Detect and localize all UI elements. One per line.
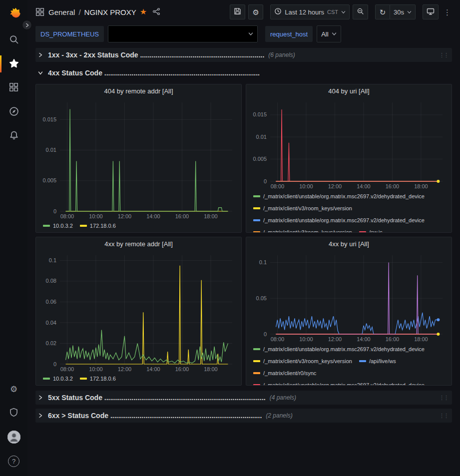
row-title: 6xx > Status Code ......................…: [48, 412, 262, 420]
legend-label: 10.0.3.2: [53, 376, 73, 382]
zoom-out-button[interactable]: [353, 4, 368, 19]
legend-item[interactable]: /_matrix/client/unstable/org.matrix.msc2…: [253, 379, 425, 385]
row-6xx[interactable]: 6xx > Status Code ......................…: [35, 409, 452, 423]
legend-item[interactable]: /_matrix/client/unstable/org.matrix.msc2…: [253, 214, 425, 226]
legend-item[interactable]: /_matrix/client/unstable/org.matrix.msc2…: [253, 190, 425, 202]
time-range-picker[interactable]: Last 12 hours CST: [270, 4, 350, 19]
request-host-variable-select[interactable]: All: [317, 25, 341, 42]
share-button[interactable]: [150, 5, 162, 19]
svg-text:12:00: 12:00: [328, 183, 342, 189]
favorite-star-icon[interactable]: ★: [140, 8, 147, 16]
legend-label: 10.0.3.2: [53, 223, 73, 229]
panel-title[interactable]: 404 by uri [All]: [250, 84, 448, 97]
svg-text:18:00: 18:00: [414, 336, 428, 342]
sidebar-item-help[interactable]: ?: [0, 449, 27, 473]
datasource-variable-select[interactable]: [108, 25, 258, 42]
user-avatar[interactable]: [0, 425, 27, 449]
sidebar-item-explore[interactable]: [0, 100, 27, 124]
series-color-swatch: [253, 348, 260, 350]
refresh-interval-picker[interactable]: 30s: [390, 4, 416, 19]
legend-item[interactable]: 10.0.3.2: [43, 220, 73, 231]
sidebar-item-starred[interactable]: [0, 52, 27, 76]
series-color-swatch: [253, 384, 260, 385]
breadcrumb-folder[interactable]: General: [48, 8, 75, 16]
panel-4xx-by-remote-addr: 4xx by remote addr [All] 00.020.040.060.…: [35, 237, 242, 386]
breadcrumb-separator: /: [78, 8, 80, 16]
kebab-menu-button[interactable]: ⋮: [442, 6, 453, 18]
active-section-indicator: [0, 55, 1, 72]
time-series-chart[interactable]: 00.020.040.060.080.108:0010:0012:0014:00…: [40, 250, 237, 373]
row-panel-count: (6 panels): [268, 51, 295, 58]
svg-text:12:00: 12:00: [118, 213, 132, 219]
svg-text:16:00: 16:00: [175, 213, 189, 219]
sidebar-item-server-admin[interactable]: [0, 401, 27, 425]
refresh-group: ↻ 30s: [375, 4, 416, 19]
legend-item[interactable]: /_matrix/client/v3/room_keys/version: [253, 202, 352, 214]
sidebar-expand-button[interactable]: [22, 20, 32, 30]
legend-item[interactable]: /_matrix/client/r0/sync: [253, 367, 316, 379]
panel-title[interactable]: 4xx by remote addr [All]: [40, 237, 237, 250]
svg-text:0.01: 0.01: [46, 147, 56, 153]
legend-label: 172.18.0.6: [90, 223, 116, 229]
legend-label: /api/live/ws: [369, 358, 396, 364]
sidebar-item-alerting[interactable]: [0, 124, 27, 148]
legend-item[interactable]: /sw.js: [359, 226, 383, 232]
panel-grid: 404 by remote addr [All] 00.0050.010.015…: [35, 84, 452, 386]
tv-mode-button[interactable]: [423, 4, 439, 19]
series-color-swatch: [80, 378, 87, 380]
svg-text:16:00: 16:00: [386, 336, 400, 342]
panel-title[interactable]: 4xx by uri [All]: [250, 237, 448, 250]
legend-label: /_matrix/client/v3/room_keys/version: [263, 205, 352, 211]
svg-text:10:00: 10:00: [299, 336, 313, 342]
chevron-right-icon: [25, 21, 29, 29]
legend-item[interactable]: 172.18.0.6: [80, 220, 116, 231]
avatar-icon: [7, 431, 20, 444]
time-series-chart[interactable]: 00.0050.010.01508:0010:0012:0014:0016:00…: [40, 97, 237, 220]
svg-text:0.005: 0.005: [253, 156, 267, 162]
series-color-swatch: [359, 231, 366, 232]
dashboard-settings-button[interactable]: ⚙: [248, 4, 263, 19]
row-4xx[interactable]: 4xx Status Code ........................…: [35, 66, 452, 80]
drag-handle[interactable]: ⋮⋮: [439, 413, 448, 419]
legend-label: 172.18.0.6: [90, 376, 116, 382]
save-dashboard-button[interactable]: [230, 4, 245, 19]
legend-item[interactable]: /_matrix/client/unstable/org.matrix.msc2…: [253, 343, 425, 355]
legend-label: /sw.js: [369, 229, 383, 232]
variable-datasource: DS_PROMETHEUS: [35, 25, 258, 42]
svg-text:14:00: 14:00: [357, 336, 371, 342]
time-series-chart[interactable]: 00.050.108:0010:0012:0014:0016:0018:00: [250, 250, 448, 343]
legend-item[interactable]: 10.0.3.2: [43, 373, 73, 384]
search-button[interactable]: [0, 28, 27, 52]
grafana-logo-icon[interactable]: [6, 6, 21, 21]
datasource-variable-label[interactable]: DS_PROMETHEUS: [35, 26, 104, 42]
series-color-swatch: [253, 360, 260, 362]
refresh-button[interactable]: ↻: [375, 4, 390, 19]
sidebar-item-configuration[interactable]: ⚙: [0, 377, 27, 401]
panel-legend: 10.0.3.2172.18.0.6: [40, 373, 237, 384]
row-panel-count: (4 panels): [270, 394, 296, 401]
timezone-label: CST: [327, 9, 338, 15]
legend-item[interactable]: 172.18.0.6: [80, 373, 116, 384]
sidebar: ⚙ ?: [0, 0, 27, 476]
svg-text:16:00: 16:00: [175, 366, 189, 372]
time-series-chart[interactable]: 00.0050.010.01508:0010:0012:0014:0016:00…: [250, 97, 448, 190]
legend-item[interactable]: /_matrix/client/v3/room_keys/version: [253, 355, 352, 367]
kebab-icon: ⋮: [444, 8, 451, 16]
chevron-down-icon: [38, 70, 44, 75]
svg-text:0.015: 0.015: [253, 111, 267, 117]
svg-text:08:00: 08:00: [271, 336, 285, 342]
drag-handle[interactable]: ⋮⋮: [439, 395, 448, 401]
row-1xx-3xx-2xx[interactable]: 1xx - 3xx - 2xx Status Code ............…: [35, 48, 452, 62]
sidebar-item-dashboards[interactable]: [0, 76, 27, 100]
legend-label: /_matrix/client/v3/room_keys/version: [263, 358, 352, 364]
panel-title[interactable]: 404 by remote addr [All]: [40, 84, 237, 97]
row-5xx[interactable]: 5xx Status Code ........................…: [35, 391, 452, 405]
drag-handle[interactable]: ⋮⋮: [439, 52, 448, 58]
dashboard-title[interactable]: NGINX PROXY: [84, 8, 136, 16]
main-area: General / NGINX PROXY ★ ⚙: [27, 0, 460, 476]
row-title: 5xx Status Code ........................…: [48, 394, 266, 402]
request-host-variable-label[interactable]: request_host: [265, 26, 313, 42]
legend-item[interactable]: /_matrix/client/v3/room_keys/version: [253, 226, 352, 232]
legend-item[interactable]: /api/live/ws: [359, 355, 396, 367]
series-color-swatch: [253, 372, 260, 374]
